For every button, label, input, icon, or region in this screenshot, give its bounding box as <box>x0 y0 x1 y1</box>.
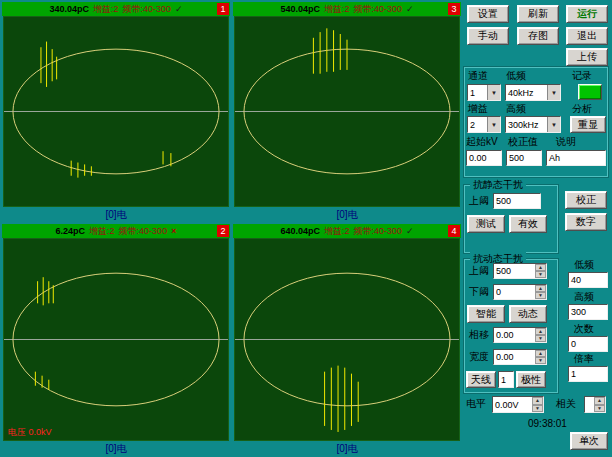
single-shot-button[interactable]: 单次 <box>570 432 608 450</box>
gain-value[interactable]: 2 <box>468 117 487 132</box>
spin-up-icon[interactable]: ▲ <box>535 328 546 335</box>
chevron-down-icon[interactable]: ▼ <box>547 85 560 100</box>
gain-label: 增益 <box>468 103 488 115</box>
dynamic-upper-value[interactable]: 500 <box>494 264 535 278</box>
channel-number-badge: 3 <box>448 3 460 15</box>
correlation-spinner[interactable]: ▲▼ <box>584 396 606 413</box>
spin-down-icon[interactable]: ▼ <box>594 405 605 413</box>
phase-value[interactable]: 0.00 <box>494 328 535 342</box>
rc-ratio-field[interactable]: 1 <box>568 366 608 382</box>
highfreq-value[interactable]: 300kHz <box>506 117 547 132</box>
correlation-value[interactable] <box>585 397 594 412</box>
manual-button[interactable]: 手动 <box>467 27 509 45</box>
spinner-buttons[interactable]: ▲▼ <box>535 328 546 342</box>
width-label: 宽度 <box>469 351 489 363</box>
lowfreq-label: 低频 <box>506 70 526 82</box>
spin-up-icon[interactable]: ▲ <box>535 264 546 271</box>
ellipse-scope-display[interactable] <box>234 238 460 441</box>
lowfreq-value[interactable]: 40kHz <box>506 85 547 100</box>
correlation-label: 相关 <box>556 398 576 410</box>
replay-button[interactable]: 重显 <box>570 116 606 133</box>
scope-panel-4: 640.04pC 增益:2 频带:40-300 ✓ 4 [0]电 <box>233 224 461 455</box>
gain-label: 增益:2 <box>324 2 350 16</box>
dynamic-button[interactable]: 动态 <box>509 305 547 323</box>
lowfreq-select[interactable]: 40kHz ▼ <box>505 84 561 101</box>
rc-count-field[interactable]: 0 <box>568 336 608 352</box>
spin-down-icon[interactable]: ▼ <box>535 357 546 364</box>
ellipse-scope-display[interactable] <box>234 16 460 207</box>
chevron-down-icon[interactable]: ▼ <box>547 117 560 132</box>
highfreq-select[interactable]: 300kHz ▼ <box>505 116 561 133</box>
dynamic-lower-spinner[interactable]: 0 ▲▼ <box>493 284 547 300</box>
dynamic-lower-label: 下阈 <box>469 286 489 298</box>
panel-header: 540.04pC 增益:2 频带:40-300 ✓ 3 <box>233 2 461 16</box>
smart-button[interactable]: 智能 <box>467 305 505 323</box>
status-mark: ✓ <box>406 224 414 238</box>
valid-button[interactable]: 有效 <box>509 215 547 233</box>
antenna-button[interactable]: 天线 <box>466 371 496 388</box>
polarity-button[interactable]: 极性 <box>516 371 546 388</box>
spin-down-icon[interactable]: ▼ <box>535 271 546 278</box>
gain-label: 增益:2 <box>324 224 350 238</box>
spin-down-icon[interactable]: ▼ <box>532 405 543 413</box>
panel-header: 340.04pC 增益:2 频带:40-300 ✓ 1 <box>2 2 230 16</box>
level-label: 电平 <box>466 398 486 410</box>
dynamic-lower-value[interactable]: 0 <box>494 285 535 299</box>
refresh-button[interactable]: 刷新 <box>517 5 559 23</box>
chevron-down-icon[interactable]: ▼ <box>487 117 500 132</box>
save-image-button[interactable]: 存图 <box>517 27 559 45</box>
record-label: 记录 <box>572 70 592 82</box>
band-label: 频带:40-300 <box>353 224 402 238</box>
width-value[interactable]: 0.00 <box>494 350 535 364</box>
channel-number-badge: 1 <box>217 3 229 15</box>
calibration-field[interactable]: 500 <box>506 150 542 166</box>
startkv-field[interactable]: 0.00 <box>466 150 502 166</box>
spinner-buttons[interactable]: ▲▼ <box>535 285 546 299</box>
channel-number-badge: 4 <box>448 225 460 237</box>
panel-footer-label: [0]电 <box>233 208 461 221</box>
digit-button[interactable]: 数字 <box>565 213 607 231</box>
rc-count-label: 次数 <box>574 323 594 335</box>
channel-select[interactable]: 1 ▼ <box>467 84 501 101</box>
spin-up-icon[interactable]: ▲ <box>594 397 605 405</box>
gain-select[interactable]: 2 ▼ <box>467 116 501 133</box>
panel-header: 640.04pC 增益:2 频带:40-300 ✓ 4 <box>233 224 461 238</box>
level-spinner[interactable]: 0.00V ▲▼ <box>492 396 544 413</box>
level-value[interactable]: 0.00V <box>493 397 532 412</box>
gain-label: 增益:2 <box>93 2 119 16</box>
note-field[interactable]: Ah <box>546 150 606 166</box>
spinner-buttons[interactable]: ▲▼ <box>535 350 546 364</box>
spin-down-icon[interactable]: ▼ <box>535 335 546 342</box>
spin-down-icon[interactable]: ▼ <box>535 292 546 299</box>
upload-button[interactable]: 上传 <box>566 48 608 66</box>
static-upper-field[interactable]: 500 <box>493 193 541 209</box>
static-upper-label: 上阈 <box>469 195 489 207</box>
spin-up-icon[interactable]: ▲ <box>532 397 543 405</box>
exit-button[interactable]: 退出 <box>566 27 608 45</box>
run-button[interactable]: 运行 <box>566 5 608 23</box>
scope-panel-2: 6.24pC 增益:2 频带:40-300 × 2 电压 0.0kV [0]电 <box>2 224 230 455</box>
rc-highfreq-field[interactable]: 300 <box>568 304 608 320</box>
channel-value[interactable]: 1 <box>468 85 487 100</box>
ellipse-scope-display[interactable]: 电压 0.0kV <box>3 238 229 441</box>
rc-lowfreq-field[interactable]: 40 <box>568 272 608 288</box>
spin-up-icon[interactable]: ▲ <box>535 285 546 292</box>
test-button[interactable]: 测试 <box>467 215 505 233</box>
rc-lowfreq-label: 低频 <box>574 259 594 271</box>
width-spinner[interactable]: 0.00 ▲▼ <box>493 349 547 365</box>
ellipse-scope-display[interactable] <box>3 16 229 207</box>
settings-button[interactable]: 设置 <box>467 5 509 23</box>
dynamic-upper-label: 上阈 <box>469 265 489 277</box>
panel-header: 6.24pC 增益:2 频带:40-300 × 2 <box>2 224 230 238</box>
antenna-field[interactable]: 1 <box>498 371 514 388</box>
spinner-buttons[interactable]: ▲▼ <box>594 397 605 412</box>
phase-label: 相移 <box>469 329 489 341</box>
phase-spinner[interactable]: 0.00 ▲▼ <box>493 327 547 343</box>
correct-button[interactable]: 校正 <box>565 191 607 209</box>
dynamic-upper-spinner[interactable]: 500 ▲▼ <box>493 263 547 279</box>
spin-up-icon[interactable]: ▲ <box>535 350 546 357</box>
spinner-buttons[interactable]: ▲▼ <box>535 264 546 278</box>
record-indicator-button[interactable] <box>578 84 602 100</box>
chevron-down-icon[interactable]: ▼ <box>487 85 500 100</box>
spinner-buttons[interactable]: ▲▼ <box>532 397 543 412</box>
